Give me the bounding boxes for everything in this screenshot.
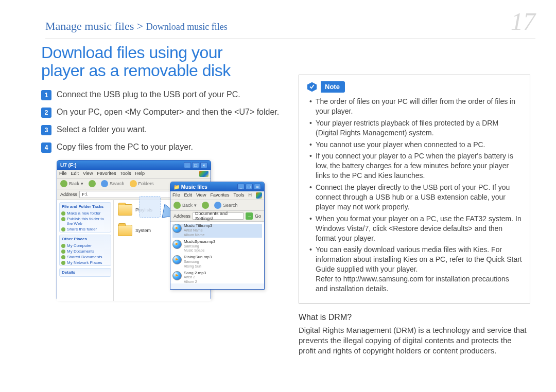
- folder-icon: [118, 225, 132, 236]
- folders-icon: [130, 180, 137, 187]
- breadcrumb-main: Manage music files: [45, 20, 134, 32]
- task-new-folder[interactable]: Make a new folder: [60, 210, 111, 216]
- breadcrumb-sep: >: [134, 20, 146, 32]
- menu-edit[interactable]: Edit: [71, 171, 79, 177]
- drm-heading: What is DRM?: [299, 313, 530, 322]
- step-num-4: 4: [41, 142, 51, 153]
- menu-help[interactable]: H: [248, 192, 252, 199]
- places-panel: Other Places My Computer My Documents Sh…: [59, 235, 111, 266]
- win1-titlebar: U7 (F:) _ □ ×: [57, 161, 211, 170]
- breadcrumb: Manage music files > Download music file…: [45, 20, 228, 33]
- forward-button[interactable]: [202, 202, 209, 209]
- go-label: Go: [255, 213, 261, 219]
- menu-favorites[interactable]: Favorites: [210, 192, 229, 199]
- drm-body: Digital Rights Management (DRM) is a tec…: [299, 325, 530, 357]
- music-file[interactable]: RisingSun.mp3SamsungRising Sun: [172, 255, 262, 269]
- folders-button[interactable]: Folders: [130, 180, 154, 187]
- forward-icon: [89, 180, 96, 187]
- note-label: Note: [321, 81, 345, 93]
- page-title: Download files using your player as a re…: [41, 44, 283, 80]
- close-icon[interactable]: ×: [254, 184, 261, 190]
- note-item: Your player restricts playback of files …: [309, 118, 523, 138]
- step-text-4: Copy files from the PC to your player.: [57, 141, 193, 153]
- search-button[interactable]: Search: [101, 180, 125, 187]
- task-publish[interactable]: Publish this folder to the Web: [60, 216, 111, 226]
- addr-input[interactable]: Documents and Settings\: [193, 212, 244, 220]
- menu-favorites[interactable]: Favorites: [97, 171, 116, 177]
- step-4: 4Copy files from the PC to your player.: [41, 141, 283, 153]
- tasks-head: File and Folder Tasks: [60, 203, 111, 210]
- note-item: You can easily download various media fi…: [309, 245, 523, 293]
- menu-view[interactable]: View: [196, 192, 206, 199]
- note-item: You cannot use your player when connecte…: [309, 140, 523, 150]
- music-file[interactable]: MusicSpace.mp3SamsungMusic Space: [172, 240, 262, 253]
- media-icon: [172, 240, 182, 249]
- step-num-1: 1: [41, 90, 51, 100]
- note-box: Note The order of files on your PC will …: [299, 75, 530, 304]
- win1-title: U7 (F:): [60, 163, 77, 168]
- steps-list: 1Connect the USB plug to the USB port of…: [41, 89, 283, 153]
- task-share[interactable]: Share this folder: [60, 226, 111, 232]
- menu-edit[interactable]: Edit: [184, 192, 193, 199]
- back-button[interactable]: Back ▾: [60, 180, 83, 187]
- maximize-icon[interactable]: □: [246, 184, 253, 190]
- page-number: 17: [511, 9, 535, 34]
- menu-help[interactable]: Help: [135, 171, 145, 177]
- win1-controls: _ □ ×: [184, 162, 207, 168]
- details-head: Details: [60, 269, 111, 276]
- step-1: 1Connect the USB plug to the USB port of…: [41, 89, 283, 100]
- step-text-1: Connect the USB plug to the USB port of …: [57, 89, 240, 100]
- step-3: 3Select a folder you want.: [41, 124, 283, 135]
- addr-label: Address: [60, 192, 77, 197]
- windows-flag-icon: [199, 171, 208, 177]
- win2-title: Music files: [181, 184, 207, 190]
- windows-flag-icon: [256, 192, 262, 199]
- win2-controls: _ □ ×: [237, 184, 261, 190]
- maximize-icon[interactable]: □: [192, 162, 199, 168]
- step-text-3: Select a folder you want.: [57, 124, 147, 135]
- title-line2: player as a removable disk: [41, 61, 231, 80]
- step-2: 2On your PC, open <My Computer> and then…: [41, 106, 283, 118]
- close-icon[interactable]: ×: [200, 162, 207, 168]
- menu-tools[interactable]: Tools: [233, 192, 244, 199]
- forward-icon: [202, 202, 209, 209]
- win2-body: Music Title.mp3Artist NameAlbum Name Mus…: [170, 222, 264, 283]
- note-item: When you format your player on a PC, use…: [309, 214, 523, 243]
- note-head: Note: [306, 81, 523, 93]
- win2-titlebar: 📁 Music files _ □ ×: [170, 182, 264, 191]
- menu-tools[interactable]: Tools: [120, 171, 131, 177]
- place-my-computer[interactable]: My Computer: [60, 243, 111, 248]
- back-icon: [173, 202, 181, 209]
- music-file-list: Music Title.mp3Artist NameAlbum Name Mus…: [170, 222, 264, 289]
- menu-file[interactable]: File: [59, 171, 67, 177]
- minimize-icon[interactable]: _: [184, 162, 191, 168]
- place-network[interactable]: My Network Places: [60, 260, 111, 265]
- minimize-icon[interactable]: _: [237, 184, 245, 190]
- win2-address-bar: Address Documents and Settings\ → Go: [170, 211, 264, 222]
- go-button[interactable]: →: [246, 212, 253, 220]
- explorer-window-music: 📁 Music files _ □ × File Edit View Favor…: [170, 182, 265, 290]
- back-icon: [60, 180, 67, 187]
- place-shared[interactable]: Shared Documents: [60, 254, 111, 260]
- drop-target-icon: [139, 196, 161, 218]
- search-icon: [101, 180, 108, 187]
- folder-icon: [118, 204, 132, 216]
- media-icon: [172, 255, 182, 264]
- forward-button[interactable]: [89, 180, 96, 187]
- note-list: The order of files on your PC will diffe…: [306, 97, 523, 294]
- search-button[interactable]: Search: [214, 202, 238, 209]
- note-item: The order of files on your PC will diffe…: [309, 97, 523, 116]
- menu-file[interactable]: File: [172, 192, 180, 199]
- win1-menu: File Edit View Favorites Tools Help: [57, 170, 211, 179]
- step-num-3: 3: [41, 125, 51, 135]
- music-file[interactable]: Song 2.mp3Artist 2Album 2: [172, 271, 262, 284]
- explorer-illustration: U7 (F:) _ □ × File Edit View Favorites T…: [57, 160, 273, 309]
- place-my-documents[interactable]: My Documents: [60, 248, 111, 254]
- addr-label: Address: [173, 213, 190, 219]
- menu-view[interactable]: View: [83, 171, 93, 177]
- win2-menu: File Edit View Favorites Tools H: [170, 191, 264, 200]
- folder-icon: 📁: [173, 184, 180, 190]
- note-item: If you connect your player to a PC when …: [309, 151, 523, 181]
- back-button[interactable]: Back ▾: [173, 202, 197, 209]
- music-file[interactable]: Music Title.mp3Artist NameAlbum Name: [172, 224, 262, 237]
